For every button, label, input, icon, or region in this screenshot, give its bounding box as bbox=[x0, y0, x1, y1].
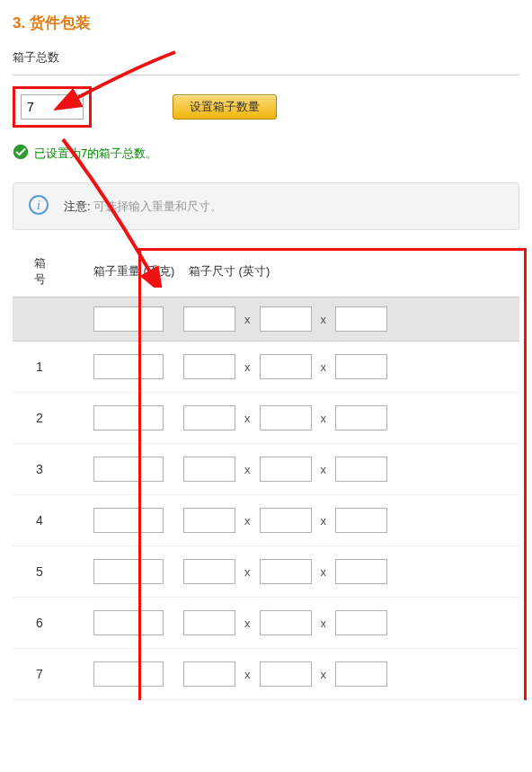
info-note-label: 注意: bbox=[64, 200, 91, 213]
box-total-label: 箱子总数 bbox=[13, 49, 519, 66]
row-inputs: xx bbox=[66, 559, 387, 584]
box-dimension-input[interactable] bbox=[335, 661, 387, 687]
box-dimension-input[interactable] bbox=[335, 405, 387, 430]
box-weight-input[interactable] bbox=[93, 354, 164, 379]
box-dimension-input[interactable] bbox=[260, 405, 312, 430]
dimension-separator: x bbox=[321, 617, 327, 630]
row-inputs: xx bbox=[66, 661, 387, 687]
dimension-separator: x bbox=[244, 412, 251, 425]
box-dimension-input[interactable] bbox=[335, 306, 387, 332]
box-table: 箱 号 箱子重量 (千克) 箱子尺寸 (英寸) xx1xx2xx3xx4xx5x… bbox=[13, 250, 519, 700]
table-row: 7xx bbox=[13, 649, 519, 700]
box-dimension-input[interactable] bbox=[335, 508, 387, 533]
dimension-separator: x bbox=[244, 514, 251, 528]
row-inputs: xx bbox=[66, 354, 387, 379]
info-note-text: 可选择输入重量和尺寸。 bbox=[93, 200, 222, 213]
box-dimension-input[interactable] bbox=[260, 610, 312, 635]
svg-text:i: i bbox=[37, 199, 40, 212]
svg-point-0 bbox=[13, 145, 29, 160]
box-weight-input[interactable] bbox=[93, 661, 164, 687]
row-number: 6 bbox=[13, 616, 66, 630]
dimension-separator: x bbox=[321, 313, 327, 326]
dimension-separator: x bbox=[244, 463, 251, 476]
success-message: 已设置为7的箱子总数。 bbox=[34, 146, 157, 162]
table-template-row: xx bbox=[13, 297, 519, 342]
dimension-separator: x bbox=[244, 313, 251, 326]
info-icon: i bbox=[28, 194, 64, 218]
dimension-separator: x bbox=[321, 412, 327, 425]
box-dimension-input[interactable] bbox=[183, 559, 235, 584]
header-box-weight: 箱子重量 (千克) bbox=[66, 263, 183, 280]
dimension-separator: x bbox=[244, 565, 251, 579]
table-row: 4xx bbox=[13, 495, 519, 546]
annotation-highlight-box-count bbox=[13, 86, 92, 128]
box-dimension-input[interactable] bbox=[183, 610, 235, 635]
box-weight-input[interactable] bbox=[93, 559, 164, 584]
row-inputs: xx bbox=[66, 508, 387, 533]
box-dimension-input[interactable] bbox=[260, 354, 312, 379]
box-dimension-input[interactable] bbox=[183, 405, 235, 430]
box-weight-input[interactable] bbox=[93, 405, 164, 430]
section-title: 3. 货件包装 bbox=[13, 13, 519, 33]
info-box: i 注意: 可选择输入重量和尺寸。 bbox=[13, 182, 519, 230]
info-text: 注意: 可选择输入重量和尺寸。 bbox=[64, 199, 222, 215]
row-number: 4 bbox=[13, 513, 66, 528]
dimension-separator: x bbox=[321, 514, 327, 528]
box-dimension-input[interactable] bbox=[335, 610, 387, 635]
box-dimension-input[interactable] bbox=[183, 457, 235, 482]
row-number: 5 bbox=[13, 564, 66, 579]
divider bbox=[13, 75, 519, 75]
header-box-dimensions: 箱子尺寸 (英寸) bbox=[183, 263, 270, 280]
box-dimension-input[interactable] bbox=[260, 559, 312, 584]
row-inputs: xx bbox=[66, 610, 387, 635]
box-weight-input[interactable] bbox=[93, 457, 164, 482]
dimension-separator: x bbox=[321, 668, 327, 681]
box-weight-input[interactable] bbox=[93, 508, 164, 533]
row-number: 1 bbox=[13, 359, 66, 374]
table-row: 2xx bbox=[13, 393, 519, 444]
dimension-separator: x bbox=[244, 360, 251, 374]
row-number: 3 bbox=[13, 462, 66, 476]
table-row: 5xx bbox=[13, 546, 519, 598]
box-weight-input[interactable] bbox=[93, 610, 164, 635]
box-weight-input[interactable] bbox=[93, 306, 164, 332]
row-inputs: xx bbox=[66, 405, 387, 430]
row-inputs: xx bbox=[66, 457, 387, 482]
dimension-separator: x bbox=[244, 668, 251, 681]
set-box-count-button[interactable]: 设置箱子数量 bbox=[173, 94, 277, 120]
box-dimension-input[interactable] bbox=[335, 559, 387, 584]
box-count-input[interactable] bbox=[21, 94, 84, 120]
box-dimension-input[interactable] bbox=[260, 457, 312, 482]
box-dimension-input[interactable] bbox=[183, 354, 235, 379]
table-row: 3xx bbox=[13, 444, 519, 495]
box-dimension-input[interactable] bbox=[260, 661, 312, 687]
dimension-separator: x bbox=[321, 360, 327, 374]
success-check-icon bbox=[13, 144, 34, 163]
box-dimension-input[interactable] bbox=[183, 306, 235, 332]
row-number: 2 bbox=[13, 411, 66, 425]
box-dimension-input[interactable] bbox=[335, 354, 387, 379]
box-dimension-input[interactable] bbox=[260, 306, 312, 332]
row-number: 7 bbox=[13, 667, 66, 681]
row-inputs: xx bbox=[66, 306, 387, 332]
dimension-separator: x bbox=[244, 617, 251, 630]
table-row: 1xx bbox=[13, 342, 519, 393]
dimension-separator: x bbox=[321, 565, 327, 579]
box-dimension-input[interactable] bbox=[335, 457, 387, 482]
box-dimension-input[interactable] bbox=[183, 508, 235, 533]
table-row: 6xx bbox=[13, 598, 519, 649]
header-box-number: 箱 号 bbox=[13, 255, 66, 288]
box-dimension-input[interactable] bbox=[183, 661, 235, 687]
dimension-separator: x bbox=[321, 463, 327, 476]
box-dimension-input[interactable] bbox=[260, 508, 312, 533]
